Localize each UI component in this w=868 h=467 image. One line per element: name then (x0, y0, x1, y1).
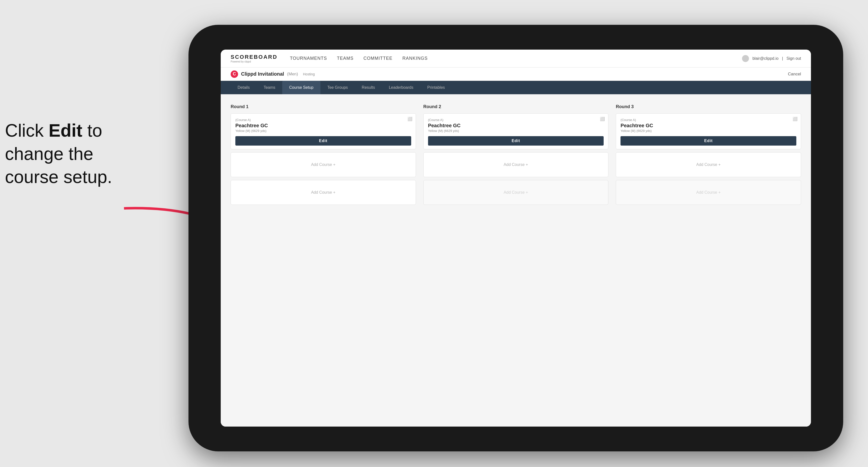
round-3-add-course-1[interactable]: Add Course + (616, 152, 801, 177)
round-2-add-course-text-2: Add Course + (504, 190, 528, 195)
user-email: blair@clippd.io (752, 56, 778, 61)
round-1-label: Round 1 (230, 104, 416, 110)
round-2-course-details: Yellow (M) (6629 yds) (428, 129, 604, 133)
round-2-course-card: ⬜ (Course A) Peachtree GC Yellow (M) (66… (423, 113, 609, 149)
round-1-add-course-2[interactable]: Add Course + (230, 180, 416, 205)
tab-results[interactable]: Results (355, 81, 382, 94)
user-avatar (742, 55, 749, 62)
tournament-title: Clippd Invitational (241, 71, 284, 77)
sub-header: C Clippd Invitational (Men) Hosting Canc… (221, 67, 811, 81)
cancel-button[interactable]: Cancel (788, 72, 801, 76)
round-3-edit-button[interactable]: Edit (620, 136, 796, 146)
tournament-name: C Clippd Invitational (Men) Hosting (230, 70, 315, 78)
round-2-edit-button[interactable]: Edit (428, 136, 604, 146)
round-2-course-label: (Course A) (428, 118, 604, 122)
round-3-course-details: Yellow (M) (6629 yds) (620, 129, 796, 133)
nav-links: TOURNAMENTS TEAMS COMMITTEE RANKINGS (290, 56, 742, 61)
round-1-add-course-text-1: Add Course + (311, 162, 335, 167)
round-1-course-details: Yellow (M) (6629 yds) (235, 129, 411, 133)
logo-scoreboard: SCOREBOARD (230, 54, 278, 60)
round-3-add-course-text-1: Add Course + (696, 162, 721, 167)
c-logo: C (230, 70, 238, 78)
tab-details[interactable]: Details (230, 81, 257, 94)
tablet-frame: SCOREBOARD Powered by clippd TOURNAMENTS… (188, 25, 843, 452)
round-1-add-course-text-2: Add Course + (311, 190, 335, 195)
round-2-course-name: Peachtree GC (428, 123, 604, 128)
round-3-add-course-text-2: Add Course + (696, 190, 721, 195)
instruction-text: Click Edit to change the course setup. (5, 119, 112, 189)
nav-right: blair@clippd.io | Sign out (742, 55, 801, 62)
round-2-delete-icon[interactable]: ⬜ (600, 116, 605, 122)
tournament-gender: (Men) (287, 72, 298, 76)
round-1-course-label: (Course A) (235, 118, 411, 122)
round-1-course-name: Peachtree GC (235, 123, 411, 128)
round-3-label: Round 3 (616, 104, 801, 110)
round-3-column: Round 3 ⬜ (Course A) Peachtree GC Yellow… (616, 104, 801, 208)
round-1-add-course-1[interactable]: Add Course + (230, 152, 416, 177)
round-3-course-name: Peachtree GC (620, 123, 796, 128)
logo-area: SCOREBOARD Powered by clippd (230, 54, 278, 63)
round-3-add-course-2: Add Course + (616, 180, 801, 205)
nav-teams[interactable]: TEAMS (337, 56, 354, 61)
round-3-course-card: ⬜ (Course A) Peachtree GC Yellow (M) (66… (616, 113, 801, 149)
hosting-badge: Hosting (303, 72, 315, 76)
nav-committee[interactable]: COMMITTEE (364, 56, 393, 61)
round-2-add-course-text-1: Add Course + (504, 162, 528, 167)
tab-course-setup[interactable]: Course Setup (282, 81, 320, 94)
round-1-column: Round 1 ⬜ (Course A) Peachtree GC Yellow… (230, 104, 416, 208)
round-2-add-course-2: Add Course + (423, 180, 609, 205)
edit-bold: Edit (49, 121, 82, 141)
round-3-delete-icon[interactable]: ⬜ (793, 116, 798, 122)
tab-tee-groups[interactable]: Tee Groups (320, 81, 355, 94)
round-1-edit-button[interactable]: Edit (235, 136, 411, 146)
tab-leaderboards[interactable]: Leaderboards (382, 81, 421, 94)
sign-out-link[interactable]: Sign out (786, 56, 801, 61)
round-2-add-course-1[interactable]: Add Course + (423, 152, 609, 177)
round-1-delete-icon[interactable]: ⬜ (407, 116, 413, 122)
nav-tournaments[interactable]: TOURNAMENTS (290, 56, 327, 61)
nav-rankings[interactable]: RANKINGS (403, 56, 428, 61)
tab-teams[interactable]: Teams (257, 81, 282, 94)
top-nav: SCOREBOARD Powered by clippd TOURNAMENTS… (221, 50, 811, 67)
main-content: Round 1 ⬜ (Course A) Peachtree GC Yellow… (221, 94, 811, 427)
nav-separator: | (782, 56, 783, 61)
tab-printables[interactable]: Printables (421, 81, 452, 94)
tablet-screen: SCOREBOARD Powered by clippd TOURNAMENTS… (221, 50, 811, 427)
round-2-column: Round 2 ⬜ (Course A) Peachtree GC Yellow… (423, 104, 609, 208)
round-1-course-card: ⬜ (Course A) Peachtree GC Yellow (M) (66… (230, 113, 416, 149)
round-3-course-label: (Course A) (620, 118, 796, 122)
tab-nav: Details Teams Course Setup Tee Groups Re… (221, 81, 811, 94)
rounds-grid: Round 1 ⬜ (Course A) Peachtree GC Yellow… (230, 104, 801, 208)
round-2-label: Round 2 (423, 104, 609, 110)
logo-sub: Powered by clippd (230, 60, 278, 63)
